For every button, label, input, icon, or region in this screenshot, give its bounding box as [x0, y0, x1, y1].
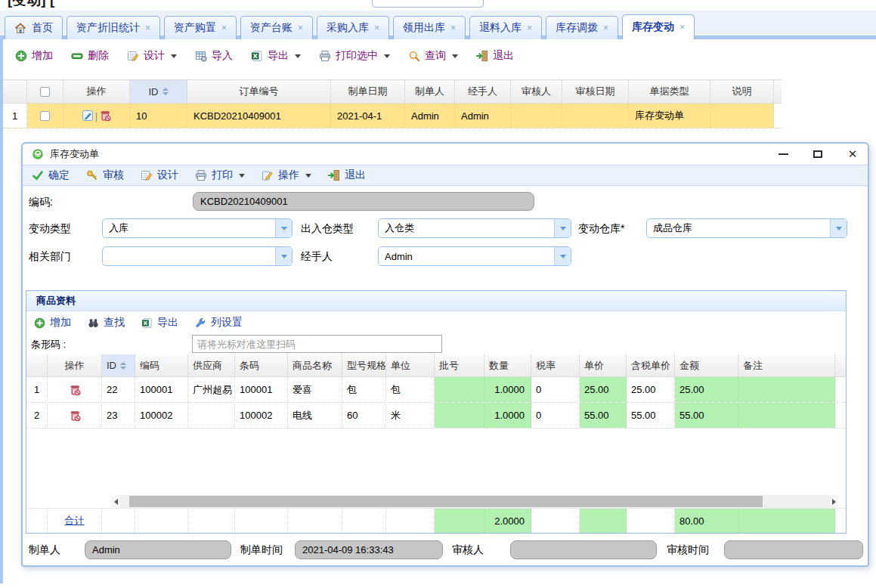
dialog-design-button[interactable]: 设计 [141, 169, 178, 182]
total-link-cell: 合计 [48, 509, 102, 533]
inout-type-select[interactable]: 入仓类 [378, 218, 571, 238]
exit-door-icon [328, 169, 340, 181]
warehouse-value: 成品仓库 [647, 219, 830, 237]
dropdown-button[interactable] [554, 247, 571, 265]
table-row[interactable]: 1 | 10 KCBD20210409001 2021-04-1 Admin A… [3, 104, 782, 128]
cell-note [710, 104, 774, 128]
col-doc-type: 单据类型 [629, 80, 710, 103]
total-empty [135, 509, 188, 533]
tab-requisition-outbound[interactable]: 领用出库 × [393, 16, 466, 39]
total-note [738, 509, 835, 533]
pcol-unit: 单位 [386, 354, 435, 376]
product-find-button[interactable]: 查找 [88, 316, 125, 330]
design-label: 设计 [144, 49, 165, 63]
chevron-down-icon [281, 255, 287, 258]
tab-close-icon[interactable]: × [603, 23, 608, 33]
column-settings-button[interactable]: 列设置 [195, 316, 243, 330]
rownum-header [26, 354, 48, 376]
pcol-qty: 数量 [484, 354, 531, 376]
design-button[interactable]: 设计 [127, 49, 177, 63]
dropdown-button[interactable] [830, 219, 847, 237]
total-empty [531, 509, 580, 533]
sort-icon [120, 362, 126, 370]
table-row[interactable]: 1 22 100001 广州超易 100001 爱喜 包 包 1.0000 0 … [26, 377, 846, 403]
print-selected-label: 打印选中 [336, 49, 378, 63]
table-row[interactable]: 2 23 100002 100002 电线 60 米 1.0000 0 55.0… [26, 403, 846, 429]
scroll-right-icon[interactable] [829, 495, 838, 508]
change-type-select[interactable]: 入库 [102, 218, 293, 238]
scroll-track[interactable] [120, 495, 829, 508]
scroll-left-icon[interactable] [111, 495, 120, 508]
tab-asset-depreciation-stats[interactable]: 资产折旧统计 × [67, 16, 160, 39]
trash-icon[interactable] [99, 110, 111, 122]
barcode-input[interactable] [192, 335, 442, 353]
products-grid-header: 操作 ID 编码 供应商 条码 商品名称 型号规格 单位 批号 数量 税率 单价… [26, 354, 846, 377]
tab-asset-purchase[interactable]: 资产购置 × [164, 16, 237, 39]
row-checkbox[interactable] [40, 111, 50, 121]
tab-home[interactable]: 首页 [5, 16, 63, 39]
select-all-checkbox[interactable] [40, 87, 50, 97]
warehouse-select[interactable]: 成品仓库 [646, 218, 847, 238]
total-link[interactable]: 合计 [65, 514, 85, 528]
dialog-exit-button[interactable]: 退出 [328, 169, 366, 182]
scroll-thumb[interactable] [129, 496, 763, 507]
tab-stock-transfer[interactable]: 库存调拨 × [546, 16, 618, 39]
warehouse-label: 变动仓库* [578, 222, 624, 236]
tab-close-icon[interactable]: × [679, 22, 685, 32]
dropdown-button[interactable] [275, 247, 292, 265]
close-icon[interactable]: ✕ [847, 148, 859, 160]
minimize-icon[interactable] [777, 148, 789, 160]
tab-close-icon[interactable]: × [221, 23, 227, 33]
export-button[interactable]: 导出 [251, 49, 301, 63]
tab-close-icon[interactable]: × [374, 23, 379, 33]
exit-button[interactable]: 退出 [476, 49, 514, 63]
col-id[interactable]: ID [130, 80, 187, 103]
pcol-id[interactable]: ID [102, 354, 135, 376]
edit-icon[interactable] [82, 110, 94, 122]
product-add-button[interactable]: 增加 [34, 316, 71, 330]
import-icon [195, 50, 207, 62]
tab-close-icon[interactable]: × [145, 23, 150, 33]
cell-tax: 0 [531, 403, 580, 428]
grid-empty-area [26, 429, 846, 495]
query-button[interactable]: 查询 [408, 49, 458, 63]
tab-stock-change[interactable]: 库存变动 × [622, 14, 695, 39]
inout-type-label: 出入仓类型 [301, 222, 354, 236]
dept-label: 相关部门 [29, 250, 71, 264]
pcol-batch: 批号 [435, 354, 484, 376]
dialog-titlebar[interactable]: 库存变动单 ✕ [23, 144, 868, 165]
cell-code: 100001 [135, 377, 188, 402]
horizontal-scrollbar[interactable] [111, 495, 838, 508]
audit-button[interactable]: 审核 [86, 169, 124, 182]
dept-select[interactable] [102, 246, 293, 266]
select-all-header[interactable] [27, 80, 63, 103]
tab-asset-ledger[interactable]: 资产台账 × [240, 16, 313, 39]
dialog-operate-button[interactable]: 操作 [262, 169, 311, 182]
import-button[interactable]: 导入 [195, 49, 233, 63]
window-controls: ✕ [777, 148, 859, 160]
product-export-button[interactable]: 导出 [141, 316, 178, 330]
delete-button[interactable]: 删除 [71, 49, 109, 63]
trash-icon[interactable] [69, 410, 81, 422]
maximize-icon[interactable] [812, 148, 824, 160]
cell-note [738, 377, 835, 402]
dropdown-button[interactable] [275, 219, 292, 237]
print-selected-button[interactable]: 打印选中 [319, 49, 390, 63]
cell-barcode: 100001 [235, 377, 288, 402]
pcol-spec: 型号规格 [342, 354, 386, 376]
add-button[interactable]: 增加 [15, 49, 53, 63]
dropdown-button[interactable] [554, 219, 571, 237]
trash-icon[interactable] [69, 384, 81, 396]
tab-close-icon[interactable]: × [298, 23, 303, 33]
tab-material-return-inbound[interactable]: 退料入库 × [469, 16, 542, 39]
dialog-print-button[interactable]: 打印 [195, 169, 245, 182]
pcol-note: 备注 [738, 354, 835, 376]
tab-close-icon[interactable]: × [527, 23, 532, 33]
tab-close-icon[interactable]: × [450, 23, 456, 33]
row-select-cell[interactable] [27, 104, 63, 128]
tab-purchase-inbound[interactable]: 采购入库 × [317, 16, 389, 39]
handler-select[interactable]: Admin [378, 246, 571, 266]
col-auditor: 审核人 [511, 80, 562, 103]
cell-maker: Admin [405, 104, 455, 128]
ok-button[interactable]: 确定 [32, 169, 70, 182]
